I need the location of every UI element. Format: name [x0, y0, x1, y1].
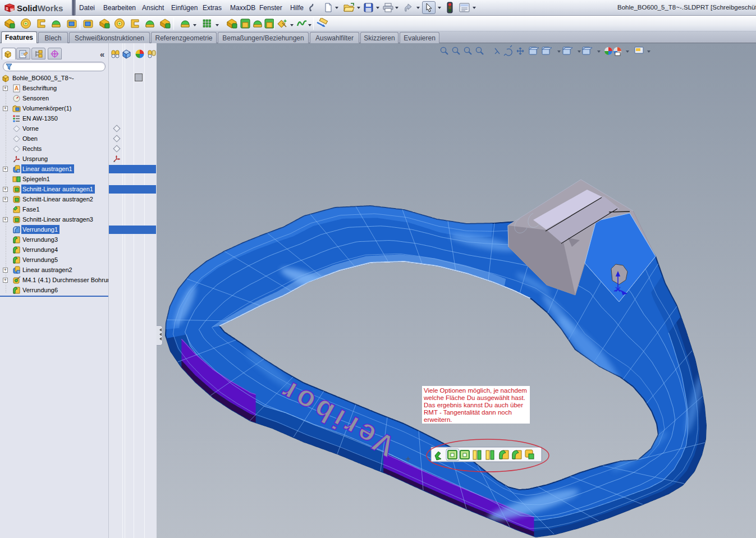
svg-text:erweitern.: erweitern. [424, 416, 452, 423]
svg-text:W: W [10, 8, 14, 12]
svg-text:Das ergebnis kannst Du auch üb: Das ergebnis kannst Du auch über [424, 402, 523, 408]
svg-text:welche Fläche Du ausgewählt ha: welche Fläche Du ausgewählt hast. [423, 394, 525, 401]
svg-text:S: S [6, 7, 8, 11]
svg-text:Viele Optionen möglich, je nac: Viele Optionen möglich, je nachdem [424, 387, 527, 394]
svg-text:RMT - Tangentalität dann noch: RMT - Tangentalität dann noch [424, 409, 512, 416]
svg-text:A: A [15, 85, 19, 91]
